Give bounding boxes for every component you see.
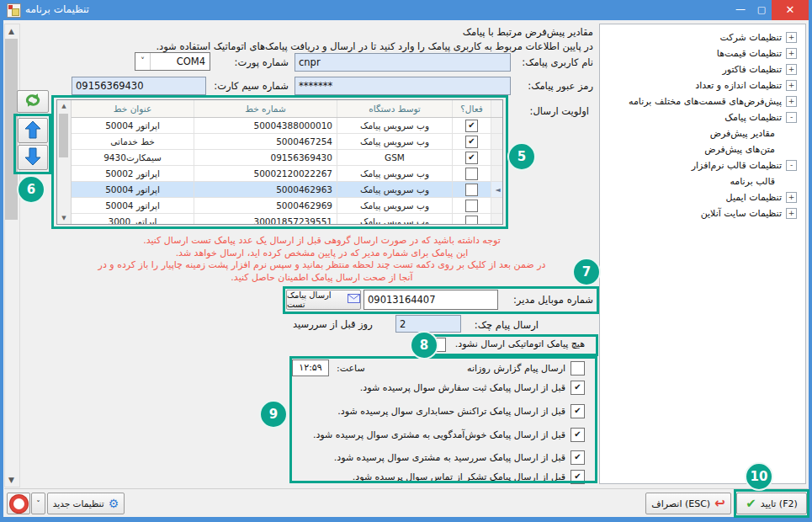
help-dropdown-button[interactable]: ˅ [31,493,45,514]
table-row[interactable]: اپراتور 500045000462963وب سرویس پیامک◄ [72,182,503,198]
expand-icon[interactable]: + [786,32,797,43]
tree-item[interactable]: +تنظیمات فاکتور [600,61,805,77]
tree-item[interactable]: +تنظیمات اندازه و تعداد [600,77,805,93]
collapse-icon[interactable]: - [786,160,797,171]
active-checkbox[interactable]: ✔ [465,152,478,164]
move-down-button[interactable] [18,145,48,170]
confirm-checkbox-row[interactable]: ✔قبل از ارسال پیامک ثبت سفارش سوال پرسید… [360,381,585,395]
cell-device: وب سرویس پیامک [337,134,453,149]
expand-icon[interactable]: + [786,208,797,219]
col-header-device[interactable]: توسط دستگاه [337,100,453,117]
confirm-checkbox-row[interactable]: ✔قبل از ارسال پیامک سررسید به مشتری سوال… [334,450,585,465]
cell-line-title: اپراتور 50004 [72,118,194,133]
table-scroll-up-icon[interactable]: ▲ [57,100,71,112]
tree-item[interactable]: +پیش‌فرض‌های قسمت‌های مختلف برنامه [600,93,805,109]
confirm-button[interactable]: ✔ (F2) تایید [736,493,807,514]
tree-item[interactable]: قالب برنامه [600,173,805,189]
table-row[interactable]: سیمکارت943009156369430GSM✔ [72,150,503,166]
password-input[interactable] [295,77,511,95]
new-settings-button[interactable]: ⚙ تنظیمات جدید [47,493,125,514]
sim-input[interactable] [72,77,206,95]
table-row[interactable]: اپراتور 5000250002120022267وب سرویس پیام… [72,166,503,182]
expand-icon[interactable]: + [786,80,797,91]
tree-item-label: تنظیمات سایت آنلاین [701,208,782,219]
daily-report-row[interactable]: ارسال پیام گزارش روزانه [467,361,585,376]
row-selector[interactable] [491,166,503,181]
priority-label: اولویت ارسال: [530,105,589,117]
col-header-title[interactable]: عنوان خط [72,100,194,117]
scroll-up-icon[interactable]: ▲ [5,24,18,38]
col-header-active[interactable]: فعال؟ [453,100,491,117]
table-row[interactable]: اپراتور 300030001857239551وب سرویس پیامک [72,214,503,225]
row-selector[interactable] [491,198,503,213]
table-row[interactable]: اپراتور 500045000462969وب سرویس پیامک [72,198,503,214]
expand-icon[interactable]: + [786,64,797,75]
scroll-down-icon[interactable]: ▼ [5,473,18,487]
move-up-button[interactable] [18,118,48,143]
confirm-checkbox[interactable]: ✔ [571,470,585,484]
time-input[interactable]: ۱۲:۵۹ [292,360,329,376]
row-selector[interactable] [491,150,503,165]
window-title: تنظیمات برنامه [25,3,89,15]
col-header-number[interactable]: شماره خط [194,100,337,117]
expand-icon[interactable]: + [786,48,797,59]
port-select[interactable]: ˅ COM4 [135,52,210,71]
table-row[interactable]: خط خدماتی5000467254وب سرویس پیامک✔ [72,134,503,150]
row-selector[interactable]: ◄ [491,182,503,197]
active-checkbox[interactable]: ✔ [465,136,478,148]
table-row[interactable]: اپراتور 5000450004388000010وب سرویس پیام… [72,118,503,134]
confirm-checkbox-row[interactable]: ✔قبل از ارسال پیامک تراکنش حسابداری سوال… [337,404,585,418]
close-button[interactable]: ✕ [772,0,809,20]
confirm-checkbox-row[interactable]: ✔قبل از ارسال پیامک خوش‌آمدگویی به مشتری… [313,428,585,442]
port-label: شماره پورت: [235,56,289,68]
confirm-checkbox[interactable]: ✔ [571,428,585,442]
username-input[interactable] [295,53,511,72]
cancel-button[interactable]: (ESC) انصراف ↩ [645,493,731,514]
active-checkbox[interactable] [465,200,478,212]
daily-report-label[interactable]: ارسال پیام گزارش روزانه [467,363,565,374]
help-button[interactable] [7,493,30,514]
table-scrollbar-thumb[interactable] [59,114,68,157]
confirm-checkbox[interactable]: ✔ [571,450,585,465]
manager-mobile-input[interactable] [364,290,498,310]
cell-active [453,166,491,181]
tree-item[interactable]: +تنظیمات شرکت [600,29,805,45]
chevron-down-icon[interactable]: ˅ [135,53,151,70]
confirm-checkbox[interactable]: ✔ [571,404,585,418]
table-scroll-down-icon[interactable]: ▼ [57,212,71,224]
tree-item-label: تنظیمات قیمت‌ها [717,48,782,59]
scrollbar-thumb[interactable] [5,39,18,220]
expand-icon[interactable]: + [786,192,797,203]
refresh-lines-button[interactable] [17,90,49,113]
no-auto-label[interactable]: هیچ پیامک اتوماتیکی ارسال نشود. [455,338,585,349]
send-test-sms-button[interactable]: ارسال پیامک تست [286,290,361,310]
expand-icon[interactable]: + [786,96,797,107]
row-selector[interactable] [491,118,503,133]
active-checkbox[interactable] [465,216,478,226]
gear-icon: ⚙ [109,498,119,509]
check-days-input[interactable] [395,315,461,333]
tree-item[interactable]: +تنظیمات قیمت‌ها [600,45,805,61]
row-selector[interactable] [491,214,503,225]
table-scrollbar[interactable]: ▲ ▼ [57,100,72,224]
tree-item[interactable]: -تنظیمات پیامک [600,109,805,125]
tree-item[interactable]: +تنظیمات ایمیل [600,189,805,205]
annotation-8: 8 [410,331,438,360]
tree-item[interactable]: -تنظیمات قالب نرم‌افزار [600,157,805,173]
confirm-checkbox-row[interactable]: ✔قبل از ارسال پیامک تشکر از تماس سوال پر… [353,470,585,484]
sms-lines-table[interactable]: ▲ ▼ عنوان خط شماره خط توسط دستگاه فعال؟ … [56,99,503,225]
warning-line: در ضمن بعد از کلیک بر روی دکمه تست چند ل… [50,259,593,272]
tree-item[interactable]: مقادیر پیش‌فرض [600,125,805,141]
maximize-button[interactable]: ▢ [752,3,771,17]
daily-report-checkbox[interactable] [571,361,585,376]
warning-line: آنجا از صحت ارسال پیامک اطمینان حاصل کنی… [50,272,593,285]
tree-item[interactable]: متن‌های پیش‌فرض [600,141,805,157]
active-checkbox[interactable] [465,168,478,180]
active-checkbox[interactable]: ✔ [465,120,478,132]
active-checkbox[interactable] [465,184,478,196]
minimize-button[interactable]: — [731,3,750,17]
collapse-icon[interactable]: - [786,112,797,123]
tree-item[interactable]: +تنظیمات سایت آنلاین [600,205,805,221]
row-selector[interactable] [491,134,503,149]
confirm-checkbox[interactable]: ✔ [571,381,585,395]
